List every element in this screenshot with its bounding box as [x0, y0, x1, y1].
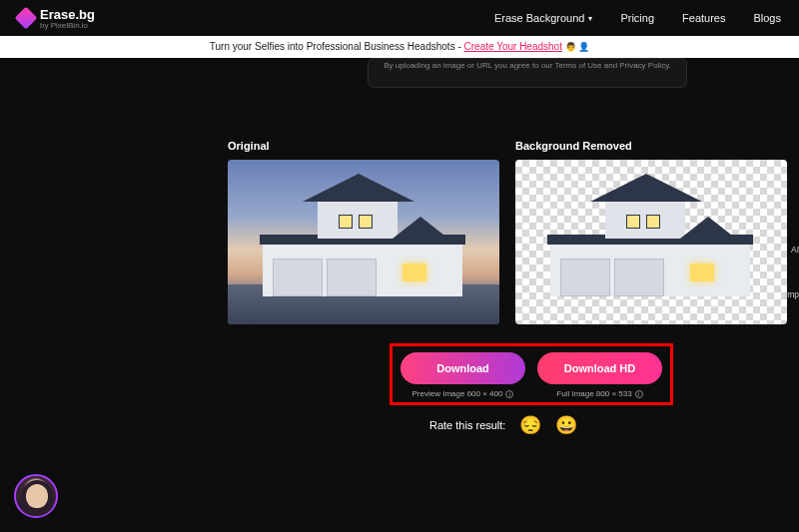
nav-label: Features: [682, 12, 725, 24]
promo-banner: Turn your Selfies into Professional Busi…: [0, 36, 799, 58]
download-hd-button[interactable]: Download HD: [537, 352, 662, 384]
original-image[interactable]: [228, 160, 499, 324]
removed-image[interactable]: [515, 160, 787, 324]
side-ai-label[interactable]: AI: [791, 245, 799, 255]
download-button[interactable]: Download: [400, 352, 525, 384]
original-label: Original: [228, 140, 499, 152]
banner-icons: 👨 👤: [565, 42, 590, 52]
chat-avatar[interactable]: [14, 474, 58, 518]
chevron-down-icon: ▾: [588, 14, 592, 23]
nav-erase-background[interactable]: Erase Background ▾: [494, 12, 593, 24]
brand-logo[interactable]: Erase.bg by PixelBin.io: [18, 7, 95, 30]
banner-lead: Turn your Selfies into Professional Busi…: [210, 41, 464, 52]
logo-icon: [15, 7, 38, 30]
rate-result: Rate this result: 😔 😀: [429, 414, 577, 436]
download-hd-label: Download HD: [564, 362, 636, 374]
nav-label: Pricing: [620, 12, 654, 24]
original-column: Original: [228, 140, 499, 324]
upload-terms-note: By uploading an image or URL you agree t…: [368, 58, 687, 88]
caption-text: Full Image 799 × 532: [556, 389, 631, 398]
side-improve-label[interactable]: Imp: [785, 289, 799, 299]
brand-byline: by PixelBin.io: [40, 22, 95, 30]
download-label: Download: [436, 362, 489, 374]
nav-features[interactable]: Features: [682, 12, 725, 24]
rate-bored-emoji[interactable]: 😔: [519, 414, 541, 436]
brand-text-wrap: Erase.bg by PixelBin.io: [40, 7, 95, 30]
info-icon[interactable]: i: [505, 390, 513, 398]
download-preview-col: Download Preview Image 600 × 400 i: [400, 352, 525, 398]
brand-name: Erase.bg: [40, 7, 95, 22]
download-caption: Preview Image 600 × 400 i: [400, 389, 525, 398]
app-header: Erase.bg by PixelBin.io Erase Background…: [0, 0, 799, 36]
main-nav: Erase Background ▾ Pricing Features Blog…: [494, 12, 781, 24]
nav-label: Blogs: [753, 12, 781, 24]
info-icon[interactable]: i: [635, 390, 643, 398]
download-hd-caption: Full Image 799 × 532 i: [537, 389, 662, 398]
nav-pricing[interactable]: Pricing: [620, 12, 654, 24]
rate-happy-emoji[interactable]: 😀: [555, 414, 577, 436]
removed-label: Background Removed: [515, 140, 787, 152]
removed-column: Background Removed: [515, 140, 787, 324]
banner-cta-link[interactable]: Create Your Headshot: [464, 41, 562, 52]
nav-label: Erase Background: [494, 12, 585, 24]
caption-text: Preview Image 600 × 400: [412, 389, 503, 398]
rate-label: Rate this result:: [429, 419, 505, 431]
nav-blogs[interactable]: Blogs: [753, 12, 781, 24]
download-hd-col: Download HD Full Image 799 × 532 i: [537, 352, 662, 398]
result-panels: Original: [228, 140, 799, 324]
upload-note-text: By uploading an image or URL you agree t…: [384, 61, 671, 70]
download-area-highlight: Download Preview Image 600 × 400 i Downl…: [390, 343, 673, 405]
